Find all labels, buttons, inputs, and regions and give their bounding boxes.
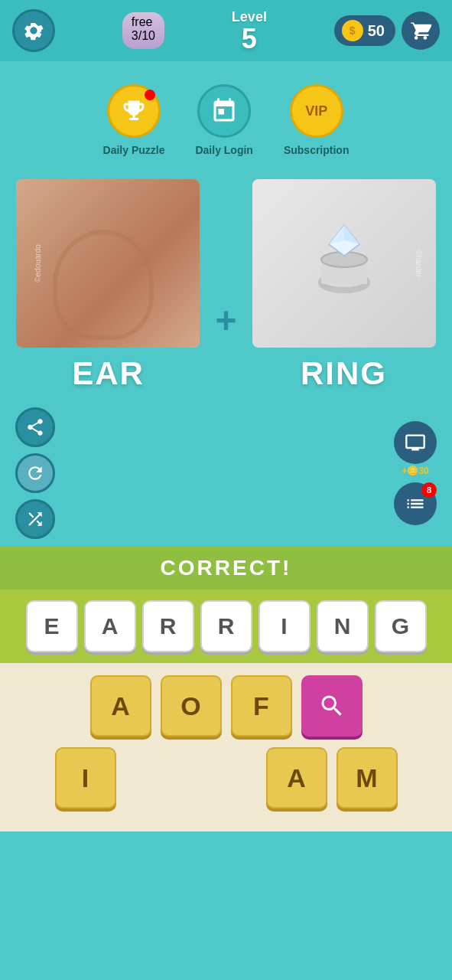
letter-tile-F[interactable]: F — [231, 675, 292, 737]
subscription-label: Subscription — [284, 144, 350, 156]
tv-icon — [405, 432, 426, 453]
tv-button[interactable] — [394, 421, 437, 464]
letter-tile-A2[interactable]: A — [266, 747, 327, 808]
answer-tile-2[interactable]: R — [142, 600, 194, 652]
letter-tile-O[interactable]: O — [161, 675, 222, 737]
calendar-icon — [210, 97, 238, 125]
watermark1: ©edouardo — [34, 244, 43, 283]
trophy-icon — [120, 97, 148, 125]
coins-cart-area: $ 50 — [334, 11, 440, 50]
subscription-button[interactable]: VIP Subscription — [284, 84, 350, 156]
vip-text: VIP — [305, 103, 327, 119]
image1-wrap: ©edouardo EAR — [16, 179, 200, 392]
share-button[interactable] — [15, 407, 55, 447]
icons-row: Daily Puzzle Daily Login VIP Subscriptio… — [0, 61, 452, 172]
watermark2: ©harder — [415, 250, 423, 277]
share-icon — [25, 417, 45, 437]
answer-tile-4[interactable]: I — [259, 600, 311, 652]
gear-icon — [21, 18, 46, 43]
correct-banner: CORRECT! — [0, 547, 452, 590]
list-button[interactable]: 8 — [394, 482, 437, 525]
action-buttons-area: +🪙30 8 — [0, 400, 452, 547]
shuffle-icon — [25, 509, 45, 529]
word2-label: RING — [301, 355, 387, 392]
daily-login-label: Daily Login — [195, 144, 252, 156]
header: free 3/10 Level 5 $ 50 — [0, 0, 452, 61]
left-actions — [15, 407, 55, 539]
free-badge[interactable]: free 3/10 — [122, 12, 164, 49]
plus-symbol: + — [215, 299, 236, 341]
search-button[interactable] — [301, 675, 363, 737]
level-display: Level 5 — [232, 9, 267, 53]
list-badge: 8 — [421, 482, 437, 498]
cart-button[interactable] — [402, 11, 440, 50]
free-fraction: 3/10 — [132, 29, 155, 43]
letter-tile-M[interactable]: M — [337, 747, 398, 808]
shuffle-button[interactable] — [15, 499, 55, 539]
answer-tile-6[interactable]: G — [375, 600, 427, 652]
search-icon — [318, 692, 346, 720]
answer-tile-0[interactable]: E — [26, 600, 78, 652]
puzzle-area: ©edouardo EAR + ©harder — [0, 172, 452, 400]
coins-display: $ 50 — [334, 15, 395, 46]
right-actions: +🪙30 8 — [394, 421, 437, 525]
coin-icon: $ — [342, 20, 363, 41]
ear-image: ©edouardo — [16, 179, 200, 348]
answer-tile-5[interactable]: N — [317, 600, 369, 652]
ring-image: ©harder — [252, 179, 436, 348]
letter-row-1: A O F — [15, 675, 437, 737]
list-icon — [405, 493, 426, 514]
level-number: 5 — [232, 25, 267, 53]
letter-tile-A[interactable]: A — [90, 675, 151, 737]
word1-label: EAR — [72, 355, 145, 392]
settings-button[interactable] — [12, 9, 55, 52]
letter-row-2: I A M — [15, 747, 437, 808]
daily-puzzle-label: Daily Puzzle — [103, 144, 165, 156]
letter-bank: A O F I A M — [0, 663, 452, 831]
letter-tile-I[interactable]: I — [55, 747, 116, 808]
coins-count: 50 — [368, 22, 385, 40]
answer-tile-1[interactable]: A — [84, 600, 136, 652]
image2-wrap: ©harder RING — [252, 179, 436, 392]
cart-icon — [410, 20, 431, 41]
answer-tile-3[interactable]: R — [200, 600, 252, 652]
daily-login-button[interactable]: Daily Login — [195, 84, 252, 156]
daily-puzzle-button[interactable]: Daily Puzzle — [103, 84, 165, 156]
refresh-icon — [25, 463, 45, 483]
answer-row: E A R R I N G — [0, 590, 452, 663]
svg-point-6 — [329, 286, 359, 294]
plus-coins-label: +🪙30 — [402, 466, 428, 476]
ring-svg — [306, 217, 382, 309]
free-label: free — [132, 15, 155, 29]
refresh-button[interactable] — [15, 453, 55, 493]
notification-dot — [145, 90, 155, 100]
